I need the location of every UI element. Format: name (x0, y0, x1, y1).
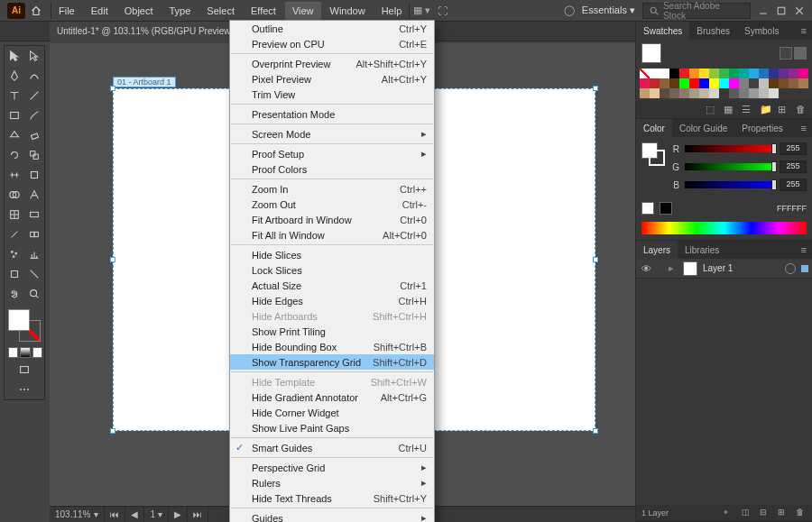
swatch[interactable] (699, 88, 709, 98)
menu-item-hide-text-threads[interactable]: Hide Text ThreadsShift+Ctrl+Y (230, 490, 434, 506)
perspective-tool[interactable] (24, 185, 44, 205)
gradient-mode-icon[interactable] (20, 347, 30, 358)
menu-edit[interactable]: Edit (84, 2, 115, 20)
menu-view[interactable]: View (285, 2, 321, 20)
swatch[interactable] (769, 88, 779, 98)
menu-effect[interactable]: Effect (244, 2, 283, 20)
menu-item-presentation-mode[interactable]: Presentation Mode (230, 106, 434, 122)
selection-handle[interactable] (593, 257, 598, 262)
menu-item-hide-slices[interactable]: Hide Slices (230, 247, 434, 262)
swatch-grid-view-icon[interactable] (794, 47, 807, 60)
swatch[interactable] (739, 88, 749, 98)
line-tool[interactable] (24, 86, 44, 105)
swatch[interactable] (789, 78, 798, 88)
artboard-label[interactable]: 01 - Artboard 1 (113, 77, 176, 87)
close-icon[interactable] (794, 5, 805, 16)
menu-item-actual-size[interactable]: Actual SizeCtrl+1 (230, 278, 434, 293)
artboard-nav-first[interactable]: ⏮ (105, 507, 125, 522)
search-input[interactable]: Search Adobe Stock (642, 3, 751, 19)
blend-tool[interactable] (24, 224, 44, 244)
slice-tool[interactable] (24, 264, 44, 284)
swatch[interactable] (769, 69, 779, 78)
menu-item-hide-corner-widget[interactable]: Hide Corner Widget (230, 405, 434, 420)
make-clipping-mask-icon[interactable]: ◫ (742, 508, 752, 518)
rotate-tool[interactable] (5, 145, 24, 165)
swatch[interactable] (699, 78, 709, 88)
menu-item-fit-all-in-window[interactable]: Fit All in WindowAlt+Ctrl+0 (230, 227, 434, 243)
swatch[interactable] (660, 69, 669, 78)
zoom-tool[interactable] (24, 284, 44, 304)
swatch[interactable] (689, 69, 699, 78)
stroke-color-icon[interactable] (649, 150, 665, 166)
eyedropper-tool[interactable] (5, 224, 24, 244)
menu-item-perspective-grid[interactable]: Perspective Grid▸ (230, 460, 434, 475)
menu-window[interactable]: Window (323, 2, 373, 20)
maximize-icon[interactable] (776, 5, 787, 16)
shaper-tool[interactable] (5, 125, 24, 145)
menu-item-guides[interactable]: Guides▸ (230, 510, 434, 522)
swatch[interactable] (640, 78, 650, 88)
type-tool[interactable] (5, 86, 24, 105)
swatch[interactable] (749, 78, 759, 88)
blue-value[interactable]: 255 (780, 179, 807, 191)
green-slider[interactable] (685, 163, 774, 170)
selection-handle[interactable] (110, 428, 115, 434)
swatch-registration[interactable] (650, 69, 660, 78)
delete-layer-icon[interactable]: 🗑 (796, 508, 807, 518)
menu-type[interactable]: Type (162, 2, 198, 20)
tab-symbols[interactable]: Symbols (737, 22, 786, 40)
panel-menu-icon[interactable]: ≡ (796, 244, 812, 255)
scale-tool[interactable] (24, 145, 44, 165)
artboard-nav-prev[interactable]: ◀ (125, 507, 144, 522)
screen-mode-tool[interactable] (5, 360, 44, 380)
gradient-tool[interactable] (24, 205, 44, 224)
brush-tool[interactable] (24, 105, 44, 125)
tab-color-guide[interactable]: Color Guide (672, 119, 734, 137)
swatch[interactable] (679, 78, 689, 88)
artboard-nav-last[interactable]: ⏭ (188, 507, 208, 522)
menu-item-zoom-out[interactable]: Zoom OutCtrl+- (230, 197, 434, 212)
swatch[interactable] (689, 78, 699, 88)
menu-item-proof-setup[interactable]: Proof Setup▸ (230, 146, 434, 161)
menu-item-overprint-preview[interactable]: Overprint PreviewAlt+Shift+Ctrl+Y (230, 56, 434, 71)
selection-tool[interactable] (5, 46, 24, 66)
swatch[interactable] (719, 78, 729, 88)
symbol-sprayer-tool[interactable] (5, 244, 24, 264)
swatch[interactable] (709, 69, 719, 78)
menu-item-trim-view[interactable]: Trim View (230, 87, 434, 102)
gpu-icon[interactable]: ⛶ (434, 5, 451, 16)
menu-item-hide-gradient-annotator[interactable]: Hide Gradient AnnotatorAlt+Ctrl+G (230, 389, 434, 405)
free-transform-tool[interactable] (24, 165, 44, 185)
menu-select[interactable]: Select (199, 2, 242, 20)
zoom-level[interactable]: 103.11% ▾ (50, 507, 105, 522)
new-swatch-icon[interactable]: ⊞ (778, 104, 789, 114)
shape-builder-tool[interactable] (5, 185, 24, 205)
swatch[interactable] (660, 78, 669, 88)
swatch[interactable] (669, 78, 679, 88)
swatch[interactable] (679, 69, 689, 78)
swatch[interactable] (759, 78, 769, 88)
panel-menu-icon[interactable]: ≡ (796, 25, 812, 36)
menu-item-hide-edges[interactable]: Hide EdgesCtrl+H (230, 293, 434, 308)
menu-item-preview-on-cpu[interactable]: Preview on CPUCtrl+E (230, 36, 434, 51)
swatch[interactable] (699, 69, 709, 78)
swatch-libraries-icon[interactable]: ⬚ (706, 104, 716, 114)
red-value[interactable]: 255 (780, 142, 807, 155)
eraser-tool[interactable] (24, 125, 44, 145)
swatch[interactable] (759, 69, 769, 78)
swatch[interactable] (660, 88, 669, 98)
swatch-kind-icon[interactable]: ▦ (724, 104, 734, 114)
fill-stroke-swatches[interactable] (5, 307, 44, 345)
document-tab[interactable]: Untitled-1* @ 103.11% (RGB/GPU Preview)× (50, 22, 252, 41)
swatch[interactable] (650, 78, 660, 88)
selection-handle[interactable] (593, 428, 598, 434)
rectangle-tool[interactable] (5, 105, 24, 125)
pen-tool[interactable] (5, 66, 24, 86)
tab-layers[interactable]: Layers (636, 241, 678, 259)
selection-handle[interactable] (110, 257, 115, 262)
swatch[interactable] (669, 69, 679, 78)
new-sublayer-icon[interactable]: ⊟ (760, 508, 770, 518)
swatch[interactable] (739, 69, 749, 78)
green-value[interactable]: 255 (780, 160, 807, 173)
selection-handle[interactable] (110, 86, 115, 91)
